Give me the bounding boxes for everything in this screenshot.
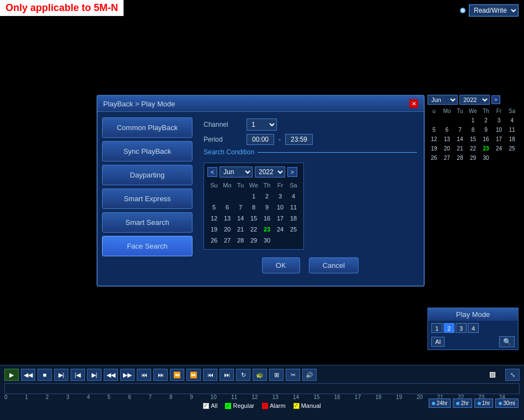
stop-button[interactable]: ■ — [38, 369, 52, 381]
calendar-day[interactable]: 9 — [479, 125, 493, 134]
rw-select[interactable]: Read/Write — [469, 4, 518, 17]
calendar-day[interactable]: 10 — [493, 125, 506, 134]
prev-rec-button[interactable]: ⏮ — [203, 369, 217, 381]
calendar-day[interactable]: 12 — [207, 213, 221, 224]
calendar-day[interactable]: 27 — [221, 235, 234, 246]
calendar-day[interactable]: 25 — [505, 144, 518, 153]
next-fast-button[interactable]: ⏭ — [153, 369, 168, 381]
calendar-day[interactable]: 30 — [479, 153, 493, 163]
calendar-day[interactable]: 13 — [221, 213, 234, 224]
calendar-day[interactable]: 7 — [234, 202, 247, 213]
cal-month-select[interactable]: Jun — [220, 166, 253, 177]
calendar-day[interactable]: 3 — [493, 116, 506, 125]
pm-num-4[interactable]: 4 — [468, 323, 479, 333]
cal-year-select[interactable]: 2022 — [255, 166, 285, 177]
pm-num-1[interactable]: 1 — [431, 323, 442, 333]
calendar-day[interactable]: 22 — [467, 144, 480, 153]
pm-num-3[interactable]: 3 — [456, 323, 467, 333]
calendar-day[interactable]: 26 — [207, 235, 221, 246]
step-fwd-button[interactable]: ▶| — [54, 369, 68, 381]
calendar-day[interactable]: 14 — [453, 134, 467, 144]
calendar-day[interactable]: 14 — [234, 213, 247, 224]
calendar-day[interactable]: 28 — [234, 235, 247, 246]
skip-end-button[interactable]: ⏩ — [186, 369, 201, 381]
next-rec-button[interactable]: ⏭ — [220, 369, 234, 381]
calendar-day[interactable]: 6 — [441, 125, 454, 134]
refresh-button[interactable]: ↻ — [236, 369, 250, 381]
calendar-day[interactable]: 23 — [479, 144, 493, 153]
time-range-2hr-button[interactable]: 2hr — [453, 399, 472, 408]
alarm-checkbox[interactable] — [262, 403, 268, 409]
skip-back-button[interactable]: ◀◀ — [104, 369, 118, 381]
time-range-30mi-button[interactable]: 30mi — [495, 399, 518, 408]
pm-num-2[interactable]: 2 — [443, 323, 455, 333]
cancel-button[interactable]: Cancel — [309, 257, 359, 273]
calendar-day[interactable]: 25 — [287, 224, 300, 235]
calendar-day[interactable]: 12 — [427, 134, 441, 144]
calendar-day[interactable]: 27 — [441, 153, 454, 163]
manual-checkbox[interactable] — [293, 403, 300, 409]
slow-button[interactable]: 🐢 — [253, 369, 267, 381]
rewind-button[interactable]: ◀◀ — [21, 369, 35, 381]
cal-prev-button[interactable]: < — [207, 167, 217, 177]
calendar-day[interactable]: 10 — [274, 202, 287, 213]
calendar-day[interactable]: 6 — [221, 202, 234, 213]
calendar-day[interactable]: 18 — [287, 213, 300, 224]
calendar-day[interactable]: 8 — [467, 125, 480, 134]
channel-select[interactable]: 1 — [247, 119, 277, 131]
sidebar-item-common-playback[interactable]: Common PlayBack — [102, 117, 193, 138]
calendar-day[interactable]: 5 — [207, 202, 221, 213]
sidebar-item-sync-playback[interactable]: Sync PlayBack — [102, 141, 193, 161]
calendar-day[interactable]: 1 — [467, 116, 480, 125]
calendar-day[interactable]: 2 — [479, 116, 493, 125]
calendar-day[interactable]: 5 — [427, 125, 441, 134]
calendar-day[interactable]: 20 — [441, 144, 454, 153]
calendar-day[interactable]: 18 — [505, 134, 518, 144]
sidebar-item-face-search[interactable]: Face Search — [102, 236, 193, 256]
fullscreen-button[interactable]: ⤡ — [505, 369, 520, 381]
skip-start-button[interactable]: ⏪ — [170, 369, 184, 381]
mini-cal-year-select[interactable]: 2022 — [459, 95, 490, 105]
calendar-day[interactable]: 15 — [467, 134, 480, 144]
calendar-day[interactable]: 3 — [274, 191, 287, 202]
calendar-day[interactable]: 2 — [260, 191, 274, 202]
prev-button[interactable]: |◀ — [71, 369, 85, 381]
dialog-close-button[interactable]: ✕ — [409, 99, 418, 108]
calendar-day[interactable]: 17 — [274, 213, 287, 224]
calendar-day[interactable]: 19 — [427, 144, 441, 153]
zoom-button[interactable]: ⊞ — [269, 369, 284, 381]
audio-button[interactable]: 🔊 — [302, 369, 317, 381]
calendar-day[interactable]: 1 — [247, 191, 260, 202]
cal-next-button[interactable]: > — [287, 167, 297, 177]
mini-cal-month-select[interactable]: Jun — [427, 95, 458, 105]
sidebar-item-dayparting[interactable]: Dayparting — [102, 165, 193, 185]
play-button[interactable]: ▶ — [4, 369, 19, 381]
calendar-day[interactable]: 16 — [479, 134, 493, 144]
calendar-day[interactable]: 28 — [453, 153, 467, 163]
skip-fwd-button[interactable]: ▶▶ — [120, 369, 135, 381]
calendar-day[interactable]: 4 — [505, 116, 518, 125]
time-range-24hr-button[interactable]: 24hr — [429, 399, 451, 408]
calendar-day[interactable]: 26 — [427, 153, 441, 163]
calendar-day[interactable]: 22 — [247, 224, 260, 235]
calendar-day[interactable]: 24 — [493, 144, 506, 153]
calendar-day[interactable]: 20 — [221, 224, 234, 235]
period-start-input[interactable] — [247, 134, 274, 145]
calendar-day[interactable]: 21 — [234, 224, 247, 235]
timeline-bar[interactable] — [4, 383, 520, 394]
calendar-day[interactable]: 19 — [207, 224, 221, 235]
next-button[interactable]: ▶| — [87, 369, 101, 381]
sidebar-item-smart-express[interactable]: Smart Express — [102, 189, 193, 209]
sidebar-item-smart-search[interactable]: Smart Search — [102, 212, 193, 233]
calendar-day[interactable]: 24 — [274, 224, 287, 235]
pm-search-button[interactable]: 🔍 — [499, 336, 515, 347]
all-checkbox[interactable] — [203, 403, 209, 409]
time-range-1hr-button[interactable]: 1hr — [474, 399, 493, 408]
calendar-day[interactable]: 17 — [493, 134, 506, 144]
calendar-day[interactable]: 8 — [247, 202, 260, 213]
calendar-day[interactable]: 29 — [467, 153, 480, 163]
calendar-day[interactable]: 21 — [453, 144, 467, 153]
clip-button[interactable]: ✂ — [286, 369, 300, 381]
calendar-day[interactable]: 11 — [505, 125, 518, 134]
calendar-day[interactable]: 4 — [287, 191, 300, 202]
